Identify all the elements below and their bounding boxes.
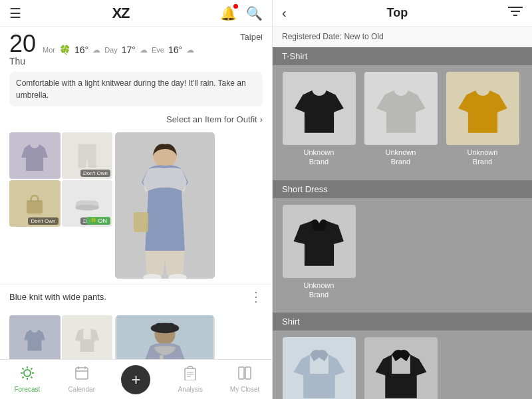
svg-line-19 [22,368,23,370]
catalog-short-dress-items: UnknownBrand [273,198,532,313]
notification-dot [233,4,238,9]
select-outfit-bar[interactable]: Select an Item for Outfit › [0,112,272,127]
select-outfit-label: Select an Item for Outfit [166,114,257,124]
outfit-photo-1 [115,132,215,279]
forecast-label: Forecast [14,386,40,393]
svg-rect-0 [78,144,96,149]
calendar-label: Calendar [68,386,95,393]
section-tshirt-label: T-Shirt [282,51,307,61]
outfit-title-1: Blue knit with wide pants. [9,292,106,302]
shirt-1-svg [289,344,349,399]
svg-point-14 [24,370,31,376]
catalog-item-tshirt-2[interactable]: UnknownBrand [362,72,439,167]
svg-rect-32 [245,367,251,379]
svg-rect-31 [239,367,244,379]
outfit2-top-svg [21,324,48,354]
dont-own-badge-bag: Don't Own [28,217,58,225]
shirt-2-svg [371,344,431,399]
tshirt-3-label: UnknownBrand [467,148,498,167]
shoes-svg [72,194,102,213]
menu-icon[interactable]: ☰ [9,5,21,21]
day-label: Day [104,46,118,54]
person-illustration [115,132,215,279]
nav-add[interactable]: + [109,365,164,394]
outfit-thumb-grid-1: Don't Own Don't Own [9,132,112,227]
tshirt-2-svg [371,78,431,138]
tshirt-1-label: UnknownBrand [304,148,334,167]
nav-analysis[interactable]: Analysis [163,366,217,393]
cloud-icon2: ☁ [140,45,148,55]
catalog-item-tshirt-3[interactable]: UnknownBrand [444,72,521,167]
bag-svg [21,190,48,217]
select-outfit-arrow: › [260,114,263,124]
add-icon: + [131,372,140,388]
outfit2-top-thumb [9,315,61,362]
cloud-icon3: ☁ [186,45,194,55]
tshirt-3-label-text: UnknownBrand [467,148,498,166]
knit-svg [18,138,51,174]
app-logo: XZ [112,5,129,22]
catalog-item-tshirt-1[interactable]: UnknownBrand [281,72,357,167]
right-panel: ‹ Top Registered Date: New to Old T-Shir… [273,0,532,399]
date-number: 20 [9,32,36,56]
short-dress-1-img [283,205,356,278]
evening-label: Eve [152,46,164,54]
forecast-icon [20,366,35,384]
analysis-icon [183,366,198,384]
header-right-icons: 🔔 🔍 [220,5,263,21]
left-header: ☰ XZ 🔔 🔍 [0,0,272,27]
tshirt-3-img [446,72,519,145]
tshirt-3-svg [453,78,513,138]
tshirt-1-label-text: UnknownBrand [304,148,334,166]
pants-svg [74,141,100,171]
svg-line-20 [31,377,32,378]
analysis-label: Analysis [178,386,203,393]
outfit-more-icon-1[interactable]: ⋮ [249,289,263,305]
nav-calendar[interactable]: Calendar [55,366,109,393]
svg-rect-8 [134,212,148,232]
catalog-item-short-dress-1[interactable]: UnknownBrand [281,205,357,300]
catalog-tshirt-items: UnknownBrand UnknownBrand [273,65,532,180]
right-title: Top [387,6,408,20]
filter-icon[interactable] [508,5,523,21]
svg-line-21 [31,368,32,370]
catalog-item-shirt-2[interactable]: UnknownBrand [362,337,439,399]
svg-rect-23 [76,368,88,379]
outfits-scroll[interactable]: Don't Own Don't Own [0,127,272,399]
tshirt-1-svg [289,78,349,138]
add-button[interactable]: + [121,365,150,394]
evening-temp: 16° [168,45,182,55]
section-short-dress: Short Dress [273,180,532,198]
bottom-nav: Forecast Calendar + Analysis My Closet [0,359,272,399]
outfit-card-1: Don't Own Don't Own [0,127,272,285]
catalog-scroll[interactable]: T-Shirt UnknownBrand [273,47,532,399]
left-panel: ☰ XZ 🔔 🔍 20 Thu Taipei Mor 🍀 16° ☁ Day 1… [0,0,273,399]
tshirt-1-img [283,72,356,145]
calendar-icon [74,366,89,384]
catalog-item-shirt-1[interactable]: UnknownBrand [281,337,357,399]
tshirt-2-label: UnknownBrand [386,148,416,167]
date-day: Thu [9,56,36,66]
outfit-info-1: Blue knit with wide pants. ⋮ [0,285,272,305]
rain-icon: 🍀 [59,45,70,55]
outfit1-top-thumb [9,132,61,179]
nav-forecast[interactable]: Forecast [0,366,55,393]
weather-section: 20 Thu Taipei Mor 🍀 16° ☁ Day 17° ☁ Eve … [0,27,272,72]
tshirt-2-label-text: UnknownBrand [386,148,416,166]
short-dress-1-label-text: UnknownBrand [304,281,334,299]
back-button[interactable]: ‹ [282,5,287,21]
sort-bar[interactable]: Registered Date: New to Old [273,27,532,47]
outfit2-outer-thumb [62,315,113,362]
notification-icon[interactable]: 🔔 [220,5,237,21]
section-shirt: Shirt [273,313,532,331]
svg-rect-1 [27,201,43,213]
on-badge-outfit1: 🍀ON [86,217,111,225]
weather-detail: Taipei Mor 🍀 16° ☁ Day 17° ☁ Eve 16° ☁ [43,32,263,55]
mycloset-icon [237,366,252,384]
tshirt-2-img [364,72,438,145]
nav-mycloset[interactable]: My Closet [217,366,272,393]
outfit1-bag-thumb: Don't Own [9,180,61,227]
outfit2-outer-svg [74,324,100,354]
search-icon[interactable]: 🔍 [246,5,263,21]
cloud-icon: ☁ [92,45,100,55]
